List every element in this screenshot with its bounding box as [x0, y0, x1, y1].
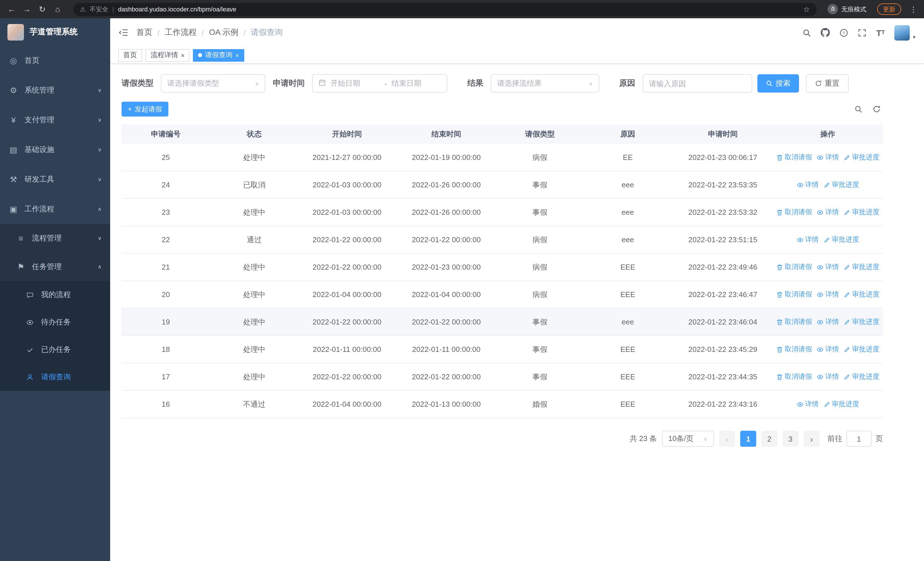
cell-actions: 详情审批进度 [773, 171, 883, 198]
action-approval-progress[interactable]: 审批进度 [843, 152, 879, 162]
reload-icon[interactable]: ↻ [38, 5, 47, 14]
sidebar-item-done-tasks[interactable]: 已办任务 [0, 336, 110, 363]
action-approval-progress[interactable]: 审批进度 [823, 399, 859, 409]
close-icon[interactable]: × [181, 52, 184, 59]
goto-label: 前往 [828, 434, 842, 444]
address-bar[interactable]: ⚠ 不安全 | dashboard.yudao.iocoder.cn/bpm/o… [73, 3, 817, 16]
cell-end-time: 2022-01-11 00:00:00 [396, 336, 497, 363]
action-detail[interactable]: 详情 [817, 372, 839, 382]
action-approval-progress[interactable]: 审批进度 [843, 317, 879, 327]
font-size-icon[interactable]: TT [876, 28, 885, 37]
goto-page-input[interactable] [846, 431, 872, 447]
action-cancel-leave[interactable]: 取消请假 [776, 317, 812, 327]
action-approval-progress[interactable]: 审批进度 [843, 262, 879, 272]
user-avatar[interactable] [895, 25, 910, 40]
cell-status: 处理中 [210, 254, 298, 281]
cell-id: 20 [122, 281, 210, 308]
cell-status: 处理中 [210, 308, 298, 335]
next-page-button[interactable]: › [804, 431, 819, 447]
cell-apply-time: 2022-01-23 00:06:17 [673, 144, 773, 171]
chevron-down-icon: ∨ [704, 436, 708, 442]
search-button[interactable]: 搜索 [758, 74, 799, 93]
sidebar-item-todo-tasks[interactable]: 待办任务 [0, 308, 110, 336]
action-detail[interactable]: 详情 [817, 262, 839, 272]
cell-leave-type: 事假 [497, 336, 583, 363]
cell-id: 16 [122, 391, 210, 418]
sidebar-item-task-management[interactable]: ⚑ 任务管理 ∧ [0, 253, 110, 281]
action-detail[interactable]: 详情 [817, 344, 839, 354]
action-approval-progress[interactable]: 审批进度 [843, 344, 879, 354]
fullscreen-icon[interactable] [858, 28, 866, 37]
page-size-select[interactable]: 10条/页 ∨ [662, 431, 714, 447]
table-body: 25处理中2021-12-27 00:00:002022-01-19 00:00… [122, 144, 883, 418]
action-detail[interactable]: 详情 [796, 399, 819, 409]
action-detail[interactable]: 详情 [796, 235, 819, 245]
tags-view: 首页 流程详情 × 请假查询 × [110, 47, 924, 64]
action-cancel-leave[interactable]: 取消请假 [776, 372, 812, 382]
date-range-picker[interactable]: 开始日期 - 结束日期 [312, 74, 447, 93]
sidebar-item-infrastructure[interactable]: ▤ 基础设施 ∨ [0, 135, 110, 164]
start-date-input: 开始日期 [330, 78, 380, 89]
forward-icon[interactable]: → [22, 5, 32, 14]
action-cancel-leave[interactable]: 取消请假 [776, 208, 812, 217]
sidebar-item-dev-tools[interactable]: ⚒ 研发工具 ∨ [0, 164, 110, 194]
action-detail[interactable]: 详情 [817, 317, 839, 327]
page-button-3[interactable]: 3 [783, 431, 798, 447]
tab-leave-query[interactable]: 请假查询 × [193, 49, 244, 62]
sidebar-item-my-process[interactable]: 我的流程 [0, 281, 110, 308]
browser-menu-icon[interactable]: ⋮ [910, 5, 917, 14]
action-cancel-leave[interactable]: 取消请假 [776, 290, 812, 299]
column-header: 原因 [583, 125, 673, 144]
action-cancel-leave[interactable]: 取消请假 [776, 262, 812, 272]
bookmark-star-icon[interactable]: ☆ [803, 5, 810, 14]
action-approval-progress[interactable]: 审批进度 [823, 180, 859, 190]
sidebar-item-workflow[interactable]: ▣ 工作流程 ∧ [0, 194, 110, 224]
action-approval-progress[interactable]: 审批进度 [843, 372, 879, 382]
page-button-2[interactable]: 2 [761, 431, 777, 447]
toolbar-right [854, 105, 880, 113]
breadcrumb-item[interactable]: 工作流程 [165, 27, 196, 38]
refresh-icon[interactable] [873, 105, 880, 113]
leave-type-select[interactable]: 请选择请假类型 ∨ [161, 74, 266, 93]
action-approval-progress[interactable]: 审批进度 [843, 290, 879, 299]
action-approval-progress[interactable]: 审批进度 [823, 235, 859, 245]
cell-apply-time: 2022-01-22 23:51:15 [673, 226, 773, 253]
sidebar-item-leave-query[interactable]: 请假查询 [0, 363, 110, 391]
action-cancel-leave[interactable]: 取消请假 [776, 152, 812, 162]
back-icon[interactable]: ← [7, 5, 16, 14]
breadcrumb-item[interactable]: 首页 [136, 27, 152, 38]
sidebar-fold-icon[interactable] [119, 29, 128, 36]
table-row: 17处理中2022-01-22 00:00:002022-01-22 00:00… [122, 363, 883, 391]
prev-page-button[interactable]: ‹ [719, 431, 735, 447]
search-toggle-icon[interactable] [854, 105, 862, 113]
update-button[interactable]: 更新 [877, 3, 901, 15]
create-leave-button[interactable]: + 发起请假 [122, 102, 168, 117]
tab-process-detail[interactable]: 流程详情 × [146, 49, 190, 62]
github-icon[interactable] [821, 28, 830, 37]
tab-home[interactable]: 首页 [118, 49, 142, 62]
table-row: 19处理中2022-01-22 00:00:002022-01-22 00:00… [122, 308, 883, 336]
action-detail[interactable]: 详情 [817, 290, 839, 299]
help-icon[interactable]: ? [840, 28, 848, 37]
sidebar-item-home[interactable]: ◎ 首页 [0, 46, 110, 75]
sidebar-item-system[interactable]: ⚙ 系统管理 ∨ [0, 75, 110, 105]
reason-input[interactable] [649, 79, 746, 88]
action-detail[interactable]: 详情 [796, 180, 819, 190]
breadcrumb-item[interactable]: OA 示例 [209, 27, 238, 38]
reset-button[interactable]: 重置 [806, 74, 849, 93]
cell-start-time: 2022-01-11 00:00:00 [298, 336, 396, 363]
search-icon[interactable] [802, 28, 811, 37]
action-detail[interactable]: 详情 [817, 152, 839, 162]
action-detail[interactable]: 详情 [817, 208, 839, 217]
action-cancel-leave[interactable]: 取消请假 [776, 344, 812, 354]
home-icon[interactable]: ⌂ [53, 5, 62, 14]
leave-table: 申请编号状态开始时间结束时间请假类型原因申请时间操作 25处理中2021-12-… [122, 125, 883, 418]
cell-status: 处理中 [210, 363, 298, 390]
sidebar-item-process-management[interactable]: ≡ 流程管理 ∨ [0, 224, 110, 253]
close-icon[interactable]: × [236, 52, 239, 59]
result-select[interactable]: 请选择流结果 ∨ [491, 74, 599, 93]
sidebar-item-payment[interactable]: ¥ 支付管理 ∨ [0, 105, 110, 135]
caret-down-icon[interactable]: ▾ [913, 34, 915, 40]
action-approval-progress[interactable]: 审批进度 [843, 208, 879, 217]
page-button-1[interactable]: 1 [740, 431, 756, 447]
